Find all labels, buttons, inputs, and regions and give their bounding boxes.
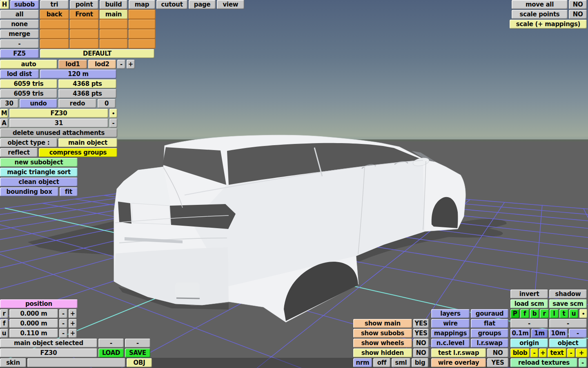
show-wheels-toggle[interactable]: NO (413, 339, 429, 348)
group-cell-empty[interactable] (40, 20, 69, 29)
text-plus-button[interactable]: + (576, 348, 587, 357)
group-cell-empty[interactable] (40, 39, 69, 48)
show-hidden-button[interactable]: show hidden (353, 348, 412, 357)
position-u-plus[interactable]: + (69, 329, 77, 338)
nc-level-button[interactable]: n.c.level (431, 339, 470, 348)
group-none-button[interactable]: none (0, 20, 39, 29)
nrm-button[interactable]: nrm (353, 358, 372, 367)
groups-button[interactable]: groups (471, 329, 508, 338)
group-cell-empty[interactable] (129, 39, 155, 48)
test-lr-swap-toggle[interactable]: NO (487, 348, 508, 357)
text-minus-button[interactable]: - (567, 348, 575, 357)
obj-export-button[interactable]: OBJ (127, 358, 152, 367)
gouraud-button[interactable]: gouraud (471, 309, 508, 318)
load-button[interactable]: LOAD (98, 348, 124, 357)
flat-button[interactable]: flat (471, 319, 508, 328)
scale-mappings-button[interactable]: scale (+ mappings) (510, 20, 587, 29)
save-button[interactable]: SAVE (125, 348, 150, 357)
menu-build[interactable]: build (100, 0, 127, 9)
bounding-box-fit-button[interactable]: fit (60, 187, 78, 196)
load-scm-button[interactable]: load scm (510, 299, 548, 308)
status-dash-1[interactable]: - (98, 339, 124, 348)
group-cell-empty[interactable] (100, 29, 127, 38)
skin-name-field[interactable] (27, 358, 125, 367)
group-cell-empty[interactable] (70, 29, 98, 38)
text-button[interactable]: text (548, 348, 566, 357)
magic-triangle-sort-button[interactable]: magic triangle sort (0, 168, 78, 177)
group-cell-empty[interactable] (40, 29, 69, 38)
group-cell-empty[interactable] (129, 29, 155, 38)
group-cell-empty[interactable] (70, 39, 98, 48)
group-cell-empty[interactable] (129, 10, 155, 19)
lr-swap-button[interactable]: l.r.swap (471, 339, 508, 348)
wire-overlay-button[interactable]: wire overlay (431, 358, 486, 367)
menu-cutout[interactable]: cutout (156, 0, 187, 9)
show-hidden-toggle[interactable]: NO (413, 348, 429, 357)
flag-u-button[interactable]: u (569, 309, 578, 318)
mappings-button[interactable]: mappings (431, 329, 470, 338)
delete-unused-attachments-button[interactable]: delete unused attachments (0, 128, 117, 137)
status-dash-2[interactable]: - (125, 339, 150, 348)
show-wheels-button[interactable]: show wheels (353, 339, 412, 348)
new-subobject-button[interactable]: new subobject (0, 158, 78, 167)
blob-plus-button[interactable]: + (539, 348, 547, 357)
move-all-toggle[interactable]: NO (569, 0, 587, 9)
grid-dash-button[interactable]: - (569, 329, 587, 338)
flag-b-button[interactable]: b (530, 309, 539, 318)
grid-1m-button[interactable]: 1m (531, 329, 548, 338)
show-subobs-toggle[interactable]: YES (413, 329, 429, 338)
save-scm-button[interactable]: save scm (549, 299, 587, 308)
undo-button[interactable]: undo (20, 99, 57, 108)
position-f-plus[interactable]: + (69, 319, 77, 328)
lod1-button[interactable]: lod1 (58, 60, 87, 69)
file-name-field[interactable]: FZ30 (0, 348, 97, 357)
lod2-button[interactable]: lod2 (88, 60, 116, 69)
lod-minus-button[interactable]: - (117, 60, 125, 69)
default-group-button[interactable]: DEFAULT (40, 49, 154, 58)
menu-tri[interactable]: tri (40, 0, 69, 9)
scm-dash-2[interactable]: - (549, 319, 587, 328)
menu-h[interactable]: H (0, 0, 9, 9)
blob-minus-button[interactable]: - (530, 348, 538, 357)
reload-textures-button[interactable]: reload textures (510, 358, 577, 367)
menu-subob[interactable]: subob (10, 0, 39, 9)
lod-dist-value[interactable]: 120 m (40, 70, 116, 79)
group-minus-button[interactable]: - (0, 39, 39, 48)
compress-groups-button[interactable]: compress groups (39, 148, 117, 157)
wire-button[interactable]: wire (431, 319, 470, 328)
scm-dash-1[interactable]: - (510, 319, 548, 328)
group-cell-empty[interactable] (70, 20, 98, 29)
position-f-minus[interactable]: - (59, 319, 67, 328)
nrm-off-button[interactable]: off (373, 358, 390, 367)
lod-auto-button[interactable]: auto (0, 60, 57, 69)
blob-button[interactable]: blob (510, 348, 530, 357)
group-cell-main[interactable]: main (100, 10, 127, 19)
skin-button[interactable]: skin (0, 358, 26, 367)
position-u-minus[interactable]: - (59, 329, 67, 338)
scale-points-toggle[interactable]: NO (569, 10, 587, 19)
position-r-value[interactable]: 0.000 m (9, 309, 58, 318)
fz5-button[interactable]: FZ5 (0, 49, 39, 58)
reflect-button[interactable]: reflect (0, 148, 38, 157)
menu-page[interactable]: page (189, 0, 216, 9)
position-f-value[interactable]: 0.000 m (9, 319, 58, 328)
flag-l-button[interactable]: l (550, 309, 559, 318)
invert-button[interactable]: invert (510, 289, 548, 298)
scale-points-button[interactable]: scale points (512, 10, 568, 19)
menu-view[interactable]: view (217, 0, 244, 9)
flag-p-button[interactable]: P (510, 309, 519, 318)
position-r-minus[interactable]: - (59, 309, 67, 318)
redo-button[interactable]: redo (58, 99, 96, 108)
flag-dot-button[interactable]: • (579, 309, 587, 318)
bounding-box-button[interactable]: bounding box (0, 187, 58, 196)
show-main-button[interactable]: show main (353, 319, 412, 328)
object-type-value[interactable]: main object (58, 138, 117, 147)
lod-plus-button[interactable]: + (127, 60, 135, 69)
group-cell-empty[interactable] (100, 39, 127, 48)
attachment-minus-button[interactable]: - (109, 119, 117, 128)
model-name-field[interactable]: FZ30 (9, 109, 108, 118)
reload-textures-dash[interactable]: - (579, 358, 587, 367)
flag-t-button[interactable]: t (559, 309, 568, 318)
test-lr-swap-button[interactable]: test l.r.swap (431, 348, 486, 357)
origin-button[interactable]: origin (510, 339, 548, 348)
